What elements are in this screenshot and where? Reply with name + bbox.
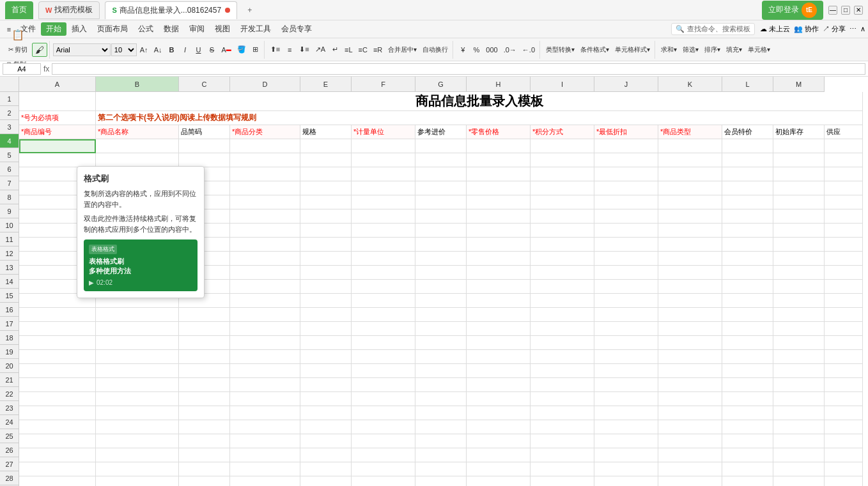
cell-N6[interactable] [825, 167, 863, 181]
cell-G27[interactable] [415, 462, 467, 476]
cell-D17[interactable] [230, 322, 300, 336]
cell-f3[interactable]: *计量单位 [352, 125, 415, 139]
cell-l4[interactable] [722, 139, 773, 153]
cell-A20[interactable] [19, 364, 96, 378]
cell-D7[interactable] [230, 181, 300, 195]
cell-J24[interactable] [594, 420, 658, 434]
cell-E9[interactable] [300, 209, 352, 224]
cell-H13[interactable] [467, 266, 531, 280]
cell-J11[interactable] [594, 238, 658, 252]
row-header-15[interactable]: 15 [0, 289, 19, 303]
cell-D23[interactable] [230, 406, 300, 420]
cell-M23[interactable] [773, 406, 825, 420]
cell-E22[interactable] [300, 392, 352, 406]
cell-m4[interactable] [773, 139, 825, 153]
cell-J25[interactable] [594, 434, 658, 448]
cell-I13[interactable] [531, 266, 594, 280]
cell-J12[interactable] [594, 252, 658, 266]
cell-i4[interactable] [531, 139, 594, 153]
row-header-8[interactable]: 8 [0, 190, 19, 204]
cell-M27[interactable] [773, 462, 825, 476]
menu-developer[interactable]: 开发工具 [235, 22, 276, 36]
cell-K6[interactable] [658, 167, 722, 181]
cell-H11[interactable] [467, 238, 531, 252]
decimal-decrease-button[interactable]: ←.0 [520, 43, 538, 57]
cell-H17[interactable] [467, 322, 531, 336]
col-header-f[interactable]: F [352, 77, 415, 92]
cell-F19[interactable] [352, 350, 415, 364]
row-header-18[interactable]: 18 [0, 331, 19, 345]
cell-E20[interactable] [300, 364, 352, 378]
cell-I27[interactable] [531, 462, 594, 476]
cell-C25[interactable] [179, 434, 230, 448]
row-header-3[interactable]: 3 [0, 120, 19, 134]
cell-N28[interactable] [825, 476, 863, 486]
cell-M7[interactable] [773, 181, 825, 195]
cell-K19[interactable] [658, 350, 722, 364]
cell-C21[interactable] [179, 378, 230, 392]
cell-N10[interactable] [825, 224, 863, 238]
share-icon[interactable]: ↗ 分享 [823, 24, 846, 34]
cell-e4[interactable] [300, 139, 352, 153]
cell-I28[interactable] [531, 476, 594, 486]
row-header-16[interactable]: 16 [0, 303, 19, 317]
menu-review[interactable]: 审阅 [184, 22, 210, 36]
cell-A26[interactable] [19, 448, 96, 462]
cell-A21[interactable] [19, 378, 96, 392]
cell-G25[interactable] [415, 434, 467, 448]
cell-I26[interactable] [531, 448, 594, 462]
cell-K17[interactable] [658, 322, 722, 336]
cell-I11[interactable] [531, 238, 594, 252]
cell-J13[interactable] [594, 266, 658, 280]
cell-H10[interactable] [467, 224, 531, 238]
cell-D19[interactable] [230, 350, 300, 364]
close-button[interactable]: ✕ [854, 6, 863, 15]
cell-C20[interactable] [179, 364, 230, 378]
cell-E8[interactable] [300, 195, 352, 209]
cell-K24[interactable] [658, 420, 722, 434]
cell-J26[interactable] [594, 448, 658, 462]
cell-F7[interactable] [352, 181, 415, 195]
cell-N26[interactable] [825, 448, 863, 462]
cell-n4[interactable] [825, 139, 863, 153]
cell-F21[interactable] [352, 378, 415, 392]
menu-member[interactable]: 会员专享 [276, 22, 317, 36]
cell-B16[interactable] [96, 308, 179, 322]
cell-J19[interactable] [594, 350, 658, 364]
cell-G24[interactable] [415, 420, 467, 434]
row-header-9[interactable]: 9 [0, 204, 19, 218]
cell-D11[interactable] [230, 238, 300, 252]
login-button[interactable]: 立即登录 tE [762, 1, 823, 20]
cell-E15[interactable] [300, 294, 352, 308]
cell-B28[interactable] [96, 476, 179, 486]
cell-d3[interactable]: *商品分类 [230, 125, 300, 139]
auto-wrap-button[interactable]: 自动换行 [420, 43, 451, 57]
cell-M25[interactable] [773, 434, 825, 448]
cell-I5[interactable] [531, 153, 594, 167]
cell-M8[interactable] [773, 195, 825, 209]
cell-I21[interactable] [531, 378, 594, 392]
cell-J22[interactable] [594, 392, 658, 406]
cell-l3[interactable]: 会员特价 [722, 125, 773, 139]
cell-N11[interactable] [825, 238, 863, 252]
align-middle-button[interactable]: ≡ [283, 43, 296, 57]
cell-G19[interactable] [415, 350, 467, 364]
cell-M13[interactable] [773, 266, 825, 280]
row-header-5[interactable]: 5 [0, 148, 19, 162]
menu-search-box[interactable]: 🔍 查找命令、搜索模板 [671, 23, 755, 35]
cell-G8[interactable] [415, 195, 467, 209]
cell-E5[interactable] [300, 153, 352, 167]
cell-A17[interactable] [19, 322, 96, 336]
cell-M26[interactable] [773, 448, 825, 462]
cell-C23[interactable] [179, 406, 230, 420]
cell-C19[interactable] [179, 350, 230, 364]
cell-m3[interactable]: 初始库存 [773, 125, 825, 139]
orient-button[interactable]: ↗A [313, 43, 328, 57]
cell-n3[interactable]: 供应 [825, 125, 863, 139]
cell-M17[interactable] [773, 322, 825, 336]
cell-G5[interactable] [415, 153, 467, 167]
cell-j3[interactable]: *最低折扣 [594, 125, 658, 139]
cell-A19[interactable] [19, 350, 96, 364]
cell-N27[interactable] [825, 462, 863, 476]
cell-E7[interactable] [300, 181, 352, 195]
